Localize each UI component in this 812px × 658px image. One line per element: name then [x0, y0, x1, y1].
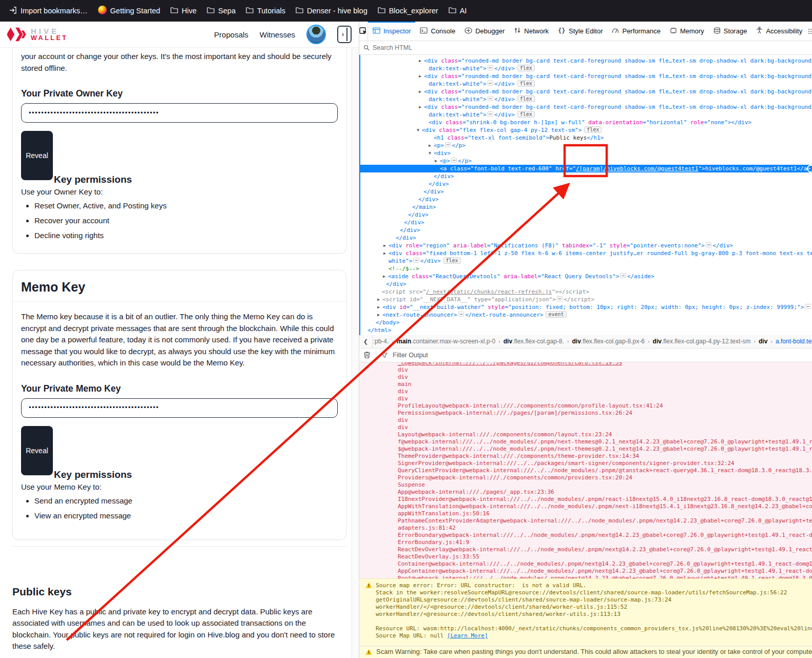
breadcrumb-item[interactable]: div.flex.flex-col.gap-8.px-6 — [572, 338, 645, 345]
markup-line[interactable]: ▶<next-route-announcer>⋯</next-route-ann… — [360, 311, 812, 319]
memo-key-input[interactable]: ••••••••••••••••••••••••••••••••••••••••… — [21, 398, 338, 418]
markup-line[interactable]: </div> — [360, 188, 812, 196]
tab-style-editor[interactable]: {}Style Editor — [553, 22, 607, 41]
markup-line[interactable]: </div> — [360, 280, 812, 288]
markup-line[interactable]: ▶<div class="rounded-md border bg-card t… — [360, 88, 812, 95]
crumbs-scroll-left-icon[interactable]: ❮ — [359, 335, 373, 349]
hive-wallet-logo[interactable]: HIVE WALLET — [7, 26, 68, 43]
tab-storage[interactable]: Storage — [709, 22, 752, 41]
bookmark-item[interactable]: Sepa — [203, 5, 240, 17]
breadcrumb-item[interactable]: div.flex.flex-col.gap-4.py-12.text-sm — [652, 338, 751, 345]
tab-memory[interactable]: Memory — [665, 22, 709, 41]
import-icon — [9, 7, 17, 15]
console-icon — [420, 27, 428, 35]
public-keys-title: Public keys — [12, 586, 346, 598]
breadcrumb-item[interactable]: a.font-bold.text-red-… — [775, 338, 812, 345]
page-scrollbar[interactable] — [352, 47, 359, 658]
markup-line[interactable]: </div> — [360, 172, 812, 180]
markup-line[interactable]: <!--/$--> — [360, 265, 812, 273]
warning-icon — [365, 582, 372, 588]
breadcrumb-item[interactable]: div.flex.flex-col.gap-8. — [503, 338, 565, 345]
markup-line[interactable]: </body> — [360, 319, 812, 326]
owner-key-card: your account or change your other keys. … — [12, 48, 346, 254]
bookmark-item[interactable]: Import bookmarks… — [5, 5, 92, 17]
bookmark-item[interactable]: Tutorials — [242, 5, 289, 17]
tab-network[interactable]: Network — [509, 22, 553, 41]
markup-line[interactable]: ▶<div role="region" aria-label="Notifica… — [360, 242, 812, 249]
tab-debugger[interactable]: Debugger — [460, 22, 509, 41]
nav-witnesses[interactable]: Witnesses — [260, 30, 295, 39]
trash-icon[interactable] — [363, 351, 371, 359]
markup-selected-node[interactable]: <a class="font-bold text-red-600" href="… — [360, 165, 812, 172]
markup-line[interactable]: <div class="shrink-0 bg-border h-[1px] w… — [360, 119, 812, 126]
network-icon — [514, 27, 521, 35]
more-tools-icon[interactable] — [807, 22, 812, 41]
markup-line[interactable]: dark:text-white">⋯</div>flex — [360, 111, 812, 119]
tab-performance[interactable]: Performance — [607, 22, 665, 41]
markup-line[interactable]: </div> — [360, 211, 812, 219]
markup-line[interactable]: </div> — [360, 196, 812, 203]
filter-output-label[interactable]: Filter Output — [393, 352, 428, 359]
console-toolbar: Filter Output — [359, 349, 812, 362]
markup-view[interactable]: ▶<div class="rounded-md border bg-card t… — [359, 55, 812, 335]
bookmark-item[interactable]: Block_explorer — [374, 5, 442, 17]
markup-line[interactable]: </html> — [360, 326, 812, 334]
search-html-bar[interactable]: Search HTML — [359, 41, 812, 55]
filter-icon — [381, 352, 388, 358]
tab-inspector[interactable]: Inspector — [368, 22, 415, 41]
memo-perms-list: Send an encrypted messageView an encrypt… — [21, 496, 338, 520]
markup-line[interactable]: dark:text-white">⋯</div>flex — [360, 65, 812, 72]
breadcrumb-item[interactable]: :pb-4. — [373, 338, 390, 345]
memo-perms-title: Key permissions — [54, 469, 132, 480]
bookmark-item[interactable]: Hive — [166, 5, 201, 17]
markup-line[interactable]: <script src="/_next/static/chunks/react-… — [360, 288, 812, 296]
breadcrumb-item[interactable]: div — [758, 338, 768, 345]
markup-line[interactable]: ▶<p>⋯</p> — [360, 157, 812, 165]
learn-more-link[interactable]: [Learn More] — [447, 632, 488, 639]
pick-element-icon[interactable] — [359, 22, 368, 41]
markup-line[interactable]: ▶<aside class="ReactQueryDevtools" aria-… — [360, 273, 812, 280]
markup-line[interactable]: ▶<div id="__next-build-watcher" style="p… — [360, 303, 812, 311]
console-source-map-warning[interactable]: Source map error: Error: URL constructor… — [359, 578, 812, 646]
console-error-stack[interactable]: _c@webpack-internal:///../../packages/ui… — [359, 362, 812, 578]
list-item: Decline voting rights — [34, 231, 338, 240]
owner-perms-title: Key permissions — [54, 174, 132, 185]
folder-icon — [246, 7, 254, 15]
tab-accessibility[interactable]: Accessibility — [751, 22, 807, 41]
markup-line[interactable]: ▶<div class="rounded-md border bg-card t… — [360, 103, 812, 111]
markup-line[interactable]: <h1 class="text-xl font-semibold">Public… — [360, 134, 812, 142]
breadcrumb-item[interactable]: main.container.max-w-screen-xl.p-0 — [396, 338, 496, 345]
markup-line[interactable]: </main> — [360, 203, 812, 211]
markup-line[interactable]: ▶<div class="rounded-md border bg-card t… — [360, 72, 812, 80]
markup-line[interactable]: dark:text-white">⋯</div>flex — [360, 80, 812, 88]
list-item: Reset Owner, Active, and Posting keys — [34, 201, 338, 210]
markup-line[interactable]: </div> — [360, 180, 812, 188]
markup-line[interactable]: ▼<div class="flex flex-col gap-4 py-12 t… — [360, 126, 812, 134]
svg-text:{}: {} — [558, 27, 565, 34]
markup-line[interactable]: ▶<p>⋯</p> — [360, 142, 812, 149]
bookmark-item[interactable]: Getting Started — [94, 4, 165, 18]
markup-line[interactable]: </div> — [360, 234, 812, 242]
markup-line[interactable]: </div> — [360, 219, 812, 226]
markup-line[interactable]: ▶<div class="rounded-md border bg-card t… — [360, 57, 812, 65]
owner-key-input[interactable]: ••••••••••••••••••••••••••••••••••••••••… — [21, 103, 338, 123]
storage-icon — [713, 27, 721, 35]
owner-reveal-button[interactable]: Reveal — [21, 131, 53, 180]
markup-line[interactable]: ▶<div class="fixed bottom-1 left-1 z-50 … — [360, 249, 812, 257]
avatar[interactable] — [306, 25, 326, 44]
list-item: Recover your account — [34, 216, 338, 225]
devtools-tabbar: InspectorConsoleDebuggerNetwork{}Style E… — [359, 22, 812, 41]
tab-console[interactable]: Console — [415, 22, 460, 41]
markup-line[interactable]: white">⋯</div>flex — [360, 257, 812, 265]
markup-line[interactable]: ▶<script id="__NEXT_DATA__" type="applic… — [360, 296, 812, 303]
bookmark-item[interactable]: Denser - hive blog — [292, 5, 372, 17]
sidebar-toggle-icon[interactable]: › — [337, 26, 352, 43]
markup-line[interactable]: </div> — [360, 226, 812, 234]
markup-line[interactable]: dark:text-white">⋯</div>flex — [360, 95, 812, 103]
memo-reveal-button[interactable]: Reveal — [21, 426, 53, 475]
markup-line[interactable]: ▼<div> — [360, 149, 812, 157]
public-keys-section: Public keys Each Hive Key has a public a… — [12, 586, 346, 658]
brand-wallet: WALLET — [31, 35, 68, 42]
bookmark-item[interactable]: AI — [444, 5, 471, 17]
nav-proposals[interactable]: Proposals — [214, 30, 248, 39]
